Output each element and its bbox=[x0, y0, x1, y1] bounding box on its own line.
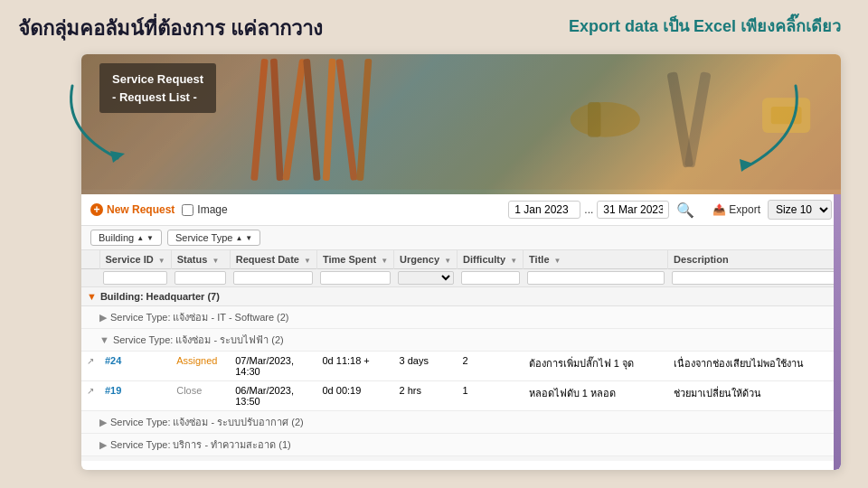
table-subgroup-row[interactable]: ▼Service Type: แจ้งซ่อม - ระบบไฟฟ้า (2) bbox=[81, 329, 841, 352]
expand-icon: ▼ bbox=[99, 334, 109, 345]
filter-difficulty-input[interactable] bbox=[461, 271, 520, 285]
row-time-spent: 0d 11:18 + bbox=[316, 352, 393, 381]
col-description-header[interactable]: Description bbox=[668, 250, 841, 269]
annotation-left: จัดกลุ่มคอลัมน์ที่ต้องการ แค่ลากวาง bbox=[18, 16, 323, 42]
row-title: ต้องการเพิ่มปลั๊กไฟ 1 จุด bbox=[524, 352, 668, 381]
image-label: Image bbox=[197, 203, 227, 216]
service-id-link[interactable]: #19 bbox=[105, 385, 121, 396]
filter-date-input[interactable] bbox=[233, 271, 313, 285]
col-checkbox bbox=[81, 250, 99, 269]
filter-cell-urgency bbox=[394, 269, 458, 287]
row-difficulty: 2 bbox=[458, 352, 524, 381]
col-request-date-header[interactable]: Request Date ▼ bbox=[230, 250, 316, 269]
row-title: หลอดไฟดับ 1 หลอด bbox=[524, 381, 668, 411]
col-status-header[interactable]: Status ▼ bbox=[171, 250, 230, 269]
table-header-row: Service ID ▼ Status ▼ Request Date ▼ Tim… bbox=[81, 250, 841, 269]
status-badge: Assigned bbox=[176, 355, 217, 366]
row-request-date: 07/Mar/2023, 14:30 bbox=[230, 352, 316, 381]
toolbar: + New Request Image ... 🔍 📤 Export Size … bbox=[81, 194, 841, 226]
export-button[interactable]: 📤 Export bbox=[712, 203, 760, 216]
sort-icon: ▼ bbox=[554, 257, 561, 265]
table-row: ↗ #19 Close 06/Mar/2023, 13:50 0d 00:19 … bbox=[81, 381, 841, 411]
page-size-select[interactable]: Size 10 Size 25 Size 50 bbox=[768, 200, 832, 220]
service-type-filter-button[interactable]: Service Type ▲ ▼ bbox=[167, 230, 260, 246]
sort-icon: ▼ bbox=[510, 257, 517, 265]
filter-time-input[interactable] bbox=[320, 271, 390, 285]
filter-cell-status bbox=[171, 269, 230, 287]
col-title-header[interactable]: Title ▼ bbox=[524, 250, 668, 269]
row-description: ช่วยมาเปลี่ยนให้ด้วน bbox=[668, 381, 841, 411]
row-service-id: #19 bbox=[99, 381, 171, 411]
table-group-row[interactable]: ▼Building: Headquarter (7) bbox=[81, 287, 841, 306]
row-difficulty: 1 bbox=[458, 381, 524, 411]
status-badge: Close bbox=[176, 385, 202, 396]
sort-asc-icon: ▲ bbox=[235, 234, 242, 242]
sort-icon: ▼ bbox=[158, 257, 165, 265]
filter-title-input[interactable] bbox=[527, 271, 665, 285]
filter-cell-desc bbox=[668, 269, 841, 287]
row-checkbox-cell: ↗ bbox=[81, 352, 99, 381]
col-urgency-header[interactable]: Urgency ▼ bbox=[394, 250, 458, 269]
filter-cell-id bbox=[99, 269, 171, 287]
arrow-left-icon bbox=[54, 77, 163, 167]
building-filter-label: Building bbox=[99, 232, 134, 243]
expand-icon: ▶ bbox=[99, 439, 107, 450]
row-checkbox-cell: ↗ bbox=[81, 381, 99, 411]
row-service-id: #24 bbox=[99, 352, 171, 381]
filter-status-input[interactable] bbox=[175, 271, 226, 285]
table-filter-input-row bbox=[81, 269, 841, 287]
collapse-icon: ▼ bbox=[87, 460, 97, 461]
arrow-right-icon bbox=[705, 77, 814, 176]
export-icon: 📤 bbox=[712, 203, 726, 216]
col-time-spent-header[interactable]: Time Spent ▼ bbox=[316, 250, 393, 269]
filter-desc-input[interactable] bbox=[672, 271, 837, 285]
row-description: เนื่องจากช่องเสียบไม่พอใช้งาน bbox=[668, 352, 841, 381]
date-from-input[interactable] bbox=[508, 201, 580, 219]
filter-row: Building ▲ ▼ Service Type ▲ ▼ bbox=[81, 226, 841, 250]
export-label: Export bbox=[729, 203, 760, 216]
service-id-link[interactable]: #24 bbox=[105, 355, 121, 366]
sort-icon: ▼ bbox=[381, 257, 388, 265]
date-separator: ... bbox=[584, 203, 593, 216]
expand-icon: ▶ bbox=[99, 417, 107, 427]
new-request-button[interactable]: + New Request bbox=[90, 203, 175, 216]
filter-urgency-select[interactable] bbox=[398, 271, 454, 285]
filter-service-id-input[interactable] bbox=[103, 271, 167, 285]
row-time-spent: 0d 00:19 bbox=[316, 381, 393, 411]
table-subgroup-row[interactable]: ▶Service Type: แจ้งซ่อม - ระบบปรับอากาศ … bbox=[81, 411, 841, 434]
col-service-id-header[interactable]: Service ID ▼ bbox=[99, 250, 171, 269]
table-group-row[interactable]: ▼Building: Showroom (1) bbox=[81, 456, 841, 462]
image-checkbox-label[interactable]: Image bbox=[182, 203, 227, 216]
filter-cell-date bbox=[230, 269, 316, 287]
annotation-right: Export data เป็น Excel เพียงคลิ๊กเดียว bbox=[569, 16, 841, 37]
sort-asc-icon: ▲ bbox=[137, 234, 144, 242]
external-link-icon[interactable]: ↗ bbox=[87, 386, 94, 396]
svg-marker-0 bbox=[110, 151, 125, 163]
row-urgency: 3 days bbox=[394, 352, 458, 381]
image-checkbox[interactable] bbox=[182, 204, 193, 216]
table-subgroup-row[interactable]: ▶Service Type: แจ้งซ่อม - IT - Software … bbox=[81, 306, 841, 329]
service-request-table: Service ID ▼ Status ▼ Request Date ▼ Tim… bbox=[81, 250, 841, 461]
sort-icon: ▼ bbox=[444, 257, 451, 265]
sort-icon: ▼ bbox=[304, 257, 311, 265]
external-link-icon[interactable]: ↗ bbox=[87, 356, 94, 366]
accent-strip bbox=[834, 194, 841, 470]
collapse-icon: ▼ bbox=[87, 291, 97, 302]
search-button[interactable]: 🔍 bbox=[673, 202, 698, 219]
date-to-input[interactable] bbox=[597, 201, 669, 219]
table-row: ↗ #24 Assigned 07/Mar/2023, 14:30 0d 11:… bbox=[81, 352, 841, 381]
row-status: Close bbox=[171, 381, 230, 411]
service-type-filter-label: Service Type bbox=[175, 232, 232, 243]
table-area: Service ID ▼ Status ▼ Request Date ▼ Tim… bbox=[81, 250, 841, 461]
col-difficulty-header[interactable]: Difficulty ▼ bbox=[458, 250, 524, 269]
expand-icon: ▶ bbox=[99, 312, 107, 323]
plus-icon: + bbox=[90, 203, 103, 216]
filter-cell-checkbox bbox=[81, 269, 99, 287]
row-request-date: 06/Mar/2023, 13:50 bbox=[230, 381, 316, 411]
chevron-down-icon: ▼ bbox=[245, 234, 252, 242]
building-filter-button[interactable]: Building ▲ ▼ bbox=[90, 230, 162, 246]
filter-cell-difficulty bbox=[458, 269, 524, 287]
row-urgency: 2 hrs bbox=[394, 381, 458, 411]
table-subgroup-row[interactable]: ▶Service Type: บริการ - ทำความสะอาด (1) bbox=[81, 434, 841, 456]
filter-cell-time bbox=[316, 269, 393, 287]
